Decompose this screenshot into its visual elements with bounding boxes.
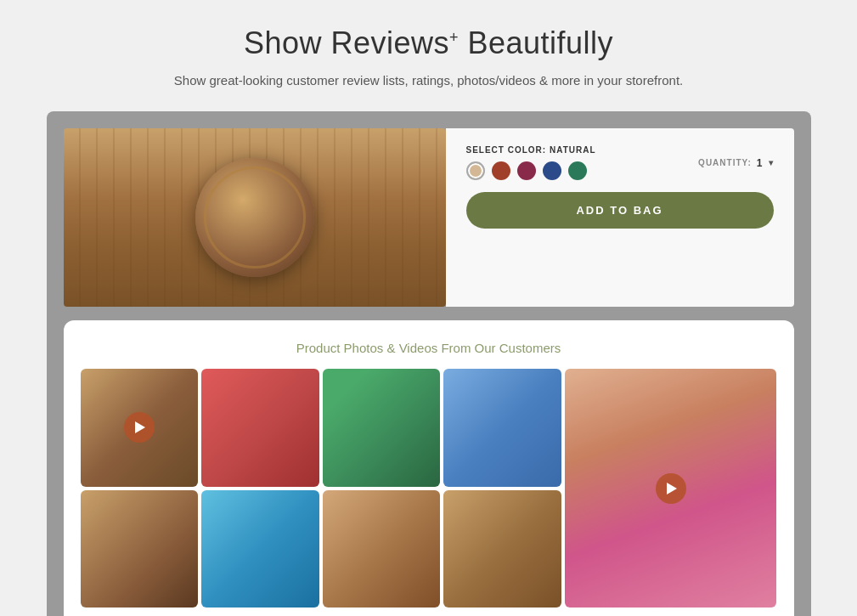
swatch-rust[interactable] [492,161,510,180]
quantity-label: QUANTITY: [698,158,752,167]
product-image-bg [64,128,446,307]
play-triangle-icon [135,421,145,433]
photo-cell-8[interactable] [443,490,561,608]
customer-photos-section: Product Photos & Videos From Our Custome… [64,320,794,616]
customer-photos-title: Product Photos & Videos From Our Custome… [81,341,777,355]
photo-cell-2[interactable] [201,369,319,487]
page-title: Show Reviews+ Beautifully [244,25,613,61]
quantity-value: 1 [757,157,764,169]
photo-cell-5[interactable] [81,490,199,608]
photo-cell-6[interactable] [201,490,319,608]
photo-cell-3[interactable] [323,369,441,487]
color-section: SELECT COLOR: NATURAL [466,145,596,180]
basket-product [195,158,314,277]
photo-cell-4[interactable] [443,369,561,487]
quantity-section: QUANTITY: 1 ▾ [698,157,773,169]
photo-cell-7[interactable] [323,490,441,608]
product-options-panel: SELECT COLOR: NATURAL QUANTITY: 1 [446,128,794,307]
storefront-area: SELECT COLOR: NATURAL QUANTITY: 1 [64,128,794,307]
swatch-berry[interactable] [517,161,536,180]
color-label: SELECT COLOR: NATURAL [466,145,596,155]
quantity-select[interactable]: QUANTITY: 1 ▾ [698,157,773,169]
photo-cell-1[interactable] [81,369,199,487]
swatch-green[interactable] [568,161,587,180]
color-swatches [466,161,596,180]
photo-cell-large[interactable] [565,369,777,608]
play-button-1[interactable] [124,412,155,443]
play-button-large[interactable] [656,473,686,504]
product-image [64,128,446,307]
swatch-navy[interactable] [543,161,561,180]
swatch-natural[interactable] [466,161,485,180]
chevron-down-icon: ▾ [769,158,774,167]
color-quantity-row: SELECT COLOR: NATURAL QUANTITY: 1 [466,145,774,180]
add-to-bag-button[interactable]: ADD TO BAG [466,192,774,229]
play-triangle-large-icon [667,483,677,494]
page-subtitle: Show great-looking customer review lists… [174,73,683,88]
photos-grid [81,369,777,608]
browser-mockup: SELECT COLOR: NATURAL QUANTITY: 1 [47,111,811,616]
